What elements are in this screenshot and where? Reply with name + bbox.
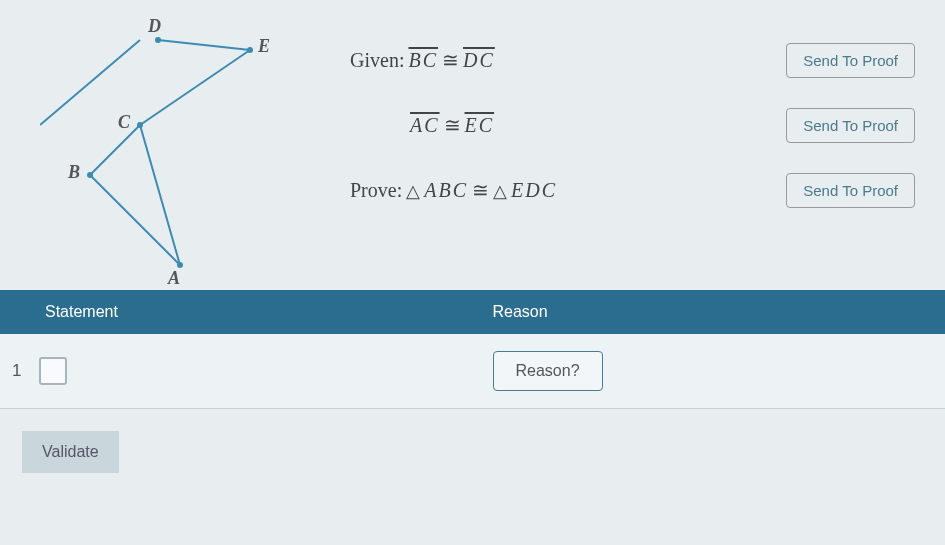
label-b: B	[68, 162, 80, 183]
svg-line-1	[140, 50, 250, 125]
table-row: 1 Reason?	[0, 334, 945, 409]
label-c: C	[118, 112, 130, 133]
statements-panel: Given: BC ≅ DC Send To Proof AC ≅ EC Sen…	[290, 20, 935, 280]
label-d: D	[148, 16, 161, 37]
triangle-icon-1: △	[406, 180, 420, 202]
geometry-figure: D E C B A	[40, 20, 290, 280]
svg-point-7	[247, 47, 253, 53]
svg-line-0	[158, 40, 250, 50]
seg-ac: AC	[410, 114, 440, 137]
seg-dc: DC	[463, 49, 495, 72]
header-statement: Statement	[0, 303, 473, 321]
send-to-proof-1[interactable]: Send To Proof	[786, 43, 915, 78]
prove-row: Prove: △ABC ≅ △EDC Send To Proof	[350, 170, 915, 210]
prove-label: Prove:	[350, 179, 402, 202]
triangle-icon-2: △	[493, 180, 507, 202]
svg-point-6	[155, 37, 161, 43]
svg-point-9	[87, 172, 93, 178]
given-row-1: Given: BC ≅ DC Send To Proof	[350, 40, 915, 80]
seg-ec: EC	[465, 114, 495, 137]
send-to-proof-3[interactable]: Send To Proof	[786, 173, 915, 208]
table-header: Statement Reason	[0, 290, 945, 334]
figure-svg	[40, 20, 280, 280]
svg-line-3	[90, 125, 140, 175]
row-number: 1	[0, 361, 39, 381]
validate-button[interactable]: Validate	[22, 431, 119, 473]
label-a: A	[168, 268, 180, 289]
congruent-1: ≅	[442, 48, 459, 72]
proof-table: Statement Reason 1 Reason?	[0, 290, 945, 409]
header-reason: Reason	[473, 303, 946, 321]
congruent-3: ≅	[472, 178, 489, 202]
send-to-proof-2[interactable]: Send To Proof	[786, 108, 915, 143]
reason-button[interactable]: Reason?	[493, 351, 603, 391]
tri-edc: EDC	[511, 179, 557, 202]
statement-input[interactable]	[39, 357, 67, 385]
tri-abc: ABC	[424, 179, 468, 202]
seg-bc: BC	[408, 49, 438, 72]
congruent-2: ≅	[444, 113, 461, 137]
label-e: E	[258, 36, 270, 57]
given-label: Given:	[350, 49, 404, 72]
svg-point-8	[137, 122, 143, 128]
given-row-2: AC ≅ EC Send To Proof	[350, 105, 915, 145]
